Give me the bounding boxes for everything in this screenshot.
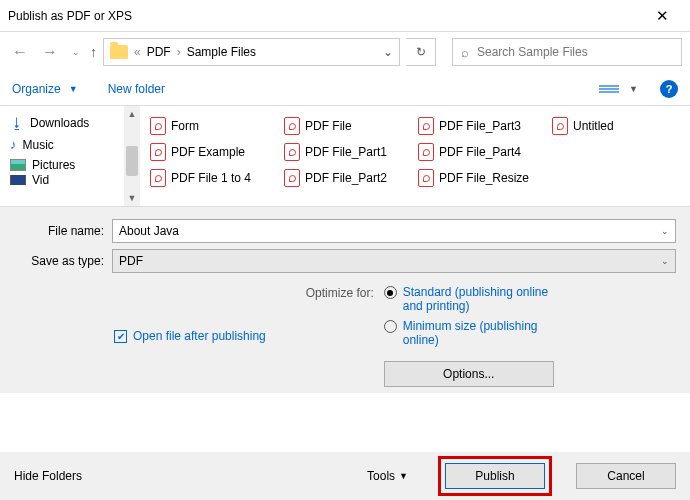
list-item[interactable]: PDF File_Part3	[418, 114, 546, 138]
pdf-icon	[284, 169, 300, 187]
search-input[interactable]: ⌕ Search Sample Files	[452, 38, 682, 66]
search-icon: ⌕	[461, 45, 469, 60]
list-item[interactable]: PDF File_Part1	[284, 140, 412, 164]
list-item[interactable]: PDF File_Part4	[418, 140, 546, 164]
savetype-value: PDF	[119, 254, 661, 268]
chevron-right-icon[interactable]: ›	[177, 45, 181, 59]
crumb-sample-files[interactable]: Sample Files	[187, 45, 256, 59]
publish-button[interactable]: Publish	[445, 463, 545, 489]
navigation-pane: ⭳ Downloads ♪ Music Pictures Vid ▲ ▼	[0, 106, 140, 206]
organize-menu[interactable]: Organize	[12, 82, 61, 96]
up-button[interactable]: ↑	[90, 44, 97, 60]
address-dropdown-icon[interactable]: ⌄	[383, 45, 393, 59]
download-icon: ⭳	[10, 115, 24, 131]
hide-folders-button[interactable]: Hide Folders	[14, 469, 82, 483]
crumb-sep: «	[134, 45, 141, 59]
window-title: Publish as PDF or XPS	[8, 9, 642, 23]
radio-selected-icon	[384, 286, 397, 299]
savetype-field[interactable]: PDF ⌄	[112, 249, 676, 273]
radio-minimum[interactable]: Minimum size (publishing online)	[384, 319, 554, 347]
list-item[interactable]: PDF File_Part2	[284, 166, 412, 190]
radio-label: Standard (publishing online and printing…	[403, 285, 553, 313]
sidebar-item-label: Vid	[32, 175, 49, 185]
chevron-down-icon[interactable]: ⌄	[661, 256, 669, 266]
cancel-button[interactable]: Cancel	[576, 463, 676, 489]
options-button[interactable]: Options...	[384, 361, 554, 387]
pdf-icon	[150, 143, 166, 161]
list-item[interactable]: PDF File_Resize	[418, 166, 546, 190]
checkbox-checked-icon: ✔	[114, 330, 127, 343]
back-button[interactable]: ←	[8, 41, 32, 63]
open-after-checkbox[interactable]: ✔ Open file after publishing	[114, 285, 266, 387]
radio-standard[interactable]: Standard (publishing online and printing…	[384, 285, 554, 313]
search-placeholder: Search Sample Files	[477, 45, 588, 59]
filename-value: About Java	[119, 224, 661, 238]
radio-label: Minimum size (publishing online)	[403, 319, 553, 347]
chevron-down-icon[interactable]: ▼	[69, 84, 78, 94]
chevron-down-icon[interactable]: ⌄	[661, 226, 669, 236]
new-folder-button[interactable]: New folder	[108, 82, 165, 96]
refresh-button[interactable]: ↻	[406, 38, 436, 66]
publish-highlight: Publish	[438, 456, 552, 496]
list-item[interactable]: PDF File	[284, 114, 412, 138]
filename-field[interactable]: About Java ⌄	[112, 219, 676, 243]
filename-label: File name:	[14, 224, 104, 238]
optimize-label: Optimize for:	[306, 285, 374, 387]
scroll-down-icon[interactable]: ▼	[124, 190, 140, 206]
forward-button: →	[38, 41, 62, 63]
pictures-icon	[10, 159, 26, 171]
savetype-label: Save as type:	[14, 254, 104, 268]
list-item[interactable]: PDF File 1 to 4	[150, 166, 278, 190]
videos-icon	[10, 175, 26, 185]
sidebar-item-pictures[interactable]: Pictures	[6, 155, 140, 175]
sidebar-item-videos[interactable]: Vid	[6, 175, 140, 185]
pdf-icon	[284, 117, 300, 135]
crumb-pdf[interactable]: PDF	[147, 45, 171, 59]
radio-unselected-icon	[384, 320, 397, 333]
music-icon: ♪	[10, 137, 17, 152]
view-button[interactable]	[597, 79, 621, 99]
scroll-up-icon[interactable]: ▲	[124, 106, 140, 122]
address-bar[interactable]: « PDF › Sample Files ⌄	[103, 38, 400, 66]
tools-menu[interactable]: Tools ▼	[367, 469, 408, 483]
pdf-icon	[284, 143, 300, 161]
sidebar-item-label: Pictures	[32, 158, 75, 172]
file-list: Form PDF File PDF File_Part3 Untitled PD…	[140, 106, 690, 206]
nav-scrollbar[interactable]: ▲ ▼	[124, 106, 140, 206]
list-item[interactable]: Form	[150, 114, 278, 138]
chevron-down-icon: ▼	[399, 471, 408, 481]
pdf-icon	[552, 117, 568, 135]
pdf-icon	[150, 117, 166, 135]
pdf-icon	[150, 169, 166, 187]
list-item[interactable]: PDF Example	[150, 140, 278, 164]
view-dropdown-icon[interactable]: ▼	[629, 84, 638, 94]
pdf-icon	[418, 117, 434, 135]
folder-icon	[110, 45, 128, 59]
sidebar-item-downloads[interactable]: ⭳ Downloads	[6, 112, 140, 134]
pdf-icon	[418, 143, 434, 161]
sidebar-item-label: Downloads	[30, 116, 89, 130]
scroll-thumb[interactable]	[126, 146, 138, 176]
list-item[interactable]: Untitled	[552, 114, 680, 138]
sidebar-item-label: Music	[23, 138, 54, 152]
pdf-icon	[418, 169, 434, 187]
sidebar-item-music[interactable]: ♪ Music	[6, 134, 140, 155]
help-icon[interactable]: ?	[660, 80, 678, 98]
close-icon[interactable]: ✕	[642, 7, 682, 25]
recent-dropdown[interactable]: ⌄	[68, 45, 84, 59]
open-after-label: Open file after publishing	[133, 329, 266, 343]
